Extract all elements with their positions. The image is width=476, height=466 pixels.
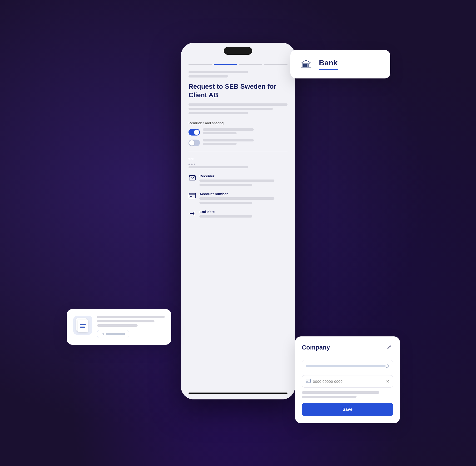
doc-text-2 [97, 320, 155, 322]
doc-line-3 [80, 327, 85, 328]
doc-action-button[interactable]: ↻ [97, 330, 129, 338]
dot-3 [194, 163, 195, 165]
phone-subtitle-block [188, 104, 288, 114]
toggle-2-line-1 [203, 139, 254, 141]
bank-underline [319, 69, 338, 70]
partial-text: ent [188, 157, 288, 161]
doc-page-front [78, 320, 88, 332]
svg-rect-0 [189, 175, 195, 180]
document-card: ↻ [67, 309, 171, 345]
end-date-content: End-date [199, 210, 288, 220]
account-line-1 [199, 197, 274, 200]
receiver-icon [188, 174, 196, 182]
company-divider [302, 356, 393, 356]
end-date-title: End-date [199, 210, 288, 214]
receiver-title: Receiver [199, 174, 288, 178]
home-indicator [188, 393, 288, 394]
doc-text-lines [97, 316, 165, 327]
toggle-1-line-1 [203, 128, 254, 131]
bank-card: Bank [290, 50, 390, 79]
svg-rect-3 [302, 64, 304, 67]
account-number-icon [188, 192, 196, 199]
receiver-line-1 [199, 179, 274, 182]
desc-line-1 [188, 104, 288, 106]
receiver-row: Receiver [188, 174, 288, 186]
dot-2 [191, 163, 193, 165]
receiver-content: Receiver [199, 174, 288, 186]
phone-main-title: Request to SEB Sweden for Client AB [188, 82, 288, 100]
svg-rect-6 [309, 64, 310, 67]
progress-bar-2 [214, 64, 237, 65]
svg-rect-2 [190, 196, 192, 197]
subtitle-line-1 [188, 71, 248, 73]
bank-info: Bank [319, 58, 382, 70]
svg-rect-5 [306, 64, 308, 67]
toggle-1-line-2 [203, 132, 237, 134]
account-number-value: 0000 00000 0000 [313, 379, 384, 384]
end-date-line-1 [199, 215, 252, 218]
url-placeholder-line [306, 365, 385, 367]
bank-icon [299, 57, 313, 71]
dot-line [188, 166, 248, 168]
toggle-row-1[interactable] [188, 128, 288, 136]
doc-button-text-line [106, 333, 125, 335]
phone-notch [224, 47, 252, 55]
desc-line-3 [188, 112, 248, 114]
company-title: Company [302, 344, 330, 351]
reminder-section-label: Reminder and sharing [188, 121, 288, 125]
dot-1 [188, 163, 190, 165]
svg-rect-1 [189, 193, 196, 198]
end-date-icon [188, 210, 196, 217]
phone-mockup: Request to SEB Sweden for Client AB Remi… [181, 43, 295, 399]
end-date-row: End-date [188, 210, 288, 220]
doc-text-3 [97, 324, 138, 327]
doc-line-1 [80, 324, 86, 325]
document-icon-wrapper [73, 316, 92, 335]
progress-bar-3 [239, 64, 262, 65]
toggle-2-lines [203, 139, 288, 147]
pencil-icon[interactable] [386, 344, 393, 351]
svg-rect-8 [306, 381, 308, 382]
divider-1 [188, 152, 288, 152]
progress-bar-1 [188, 64, 212, 65]
external-link-icon: ⬡ [385, 363, 389, 369]
doc-text-1 [97, 316, 165, 318]
company-card: Company ⬡ 0000 00000 000 [295, 337, 400, 423]
account-number-row: Account number [188, 192, 288, 204]
subtitle-line-2 [188, 75, 228, 78]
link-icon: ↻ [101, 332, 104, 336]
main-scene: Request to SEB Sweden for Client AB Remi… [95, 31, 381, 435]
toggle-2[interactable] [188, 140, 200, 146]
save-button[interactable]: Save [302, 403, 393, 416]
toggle-row-2[interactable] [188, 139, 288, 147]
credit-card-icon [306, 379, 311, 384]
document-content: ↻ [97, 316, 165, 338]
receiver-line-2 [199, 184, 252, 186]
account-extra-lines [302, 391, 393, 398]
desc-line-2 [188, 108, 273, 110]
bank-title: Bank [319, 58, 382, 67]
progress-area [188, 64, 288, 65]
account-number-input[interactable]: 0000 00000 0000 ✕ [302, 375, 393, 387]
account-line-2 [199, 202, 252, 204]
company-header: Company [302, 344, 393, 351]
svg-rect-4 [305, 64, 305, 67]
close-icon[interactable]: ✕ [386, 379, 389, 384]
doc-lines-icon [80, 324, 86, 328]
account-number-content: Account number [199, 192, 288, 204]
account-number-title: Account number [199, 192, 288, 196]
toggle-2-line-2 [203, 143, 237, 145]
toggle-1[interactable] [188, 129, 200, 136]
toggle-1-lines [203, 128, 288, 136]
extra-line-2 [302, 396, 356, 398]
doc-line-2 [80, 326, 85, 326]
company-url-input[interactable]: ⬡ [302, 360, 393, 372]
extra-line-1 [302, 391, 379, 394]
progress-bar-4 [264, 64, 288, 65]
dots-row [188, 163, 288, 165]
phone-content: Request to SEB Sweden for Client AB Remi… [181, 43, 295, 399]
